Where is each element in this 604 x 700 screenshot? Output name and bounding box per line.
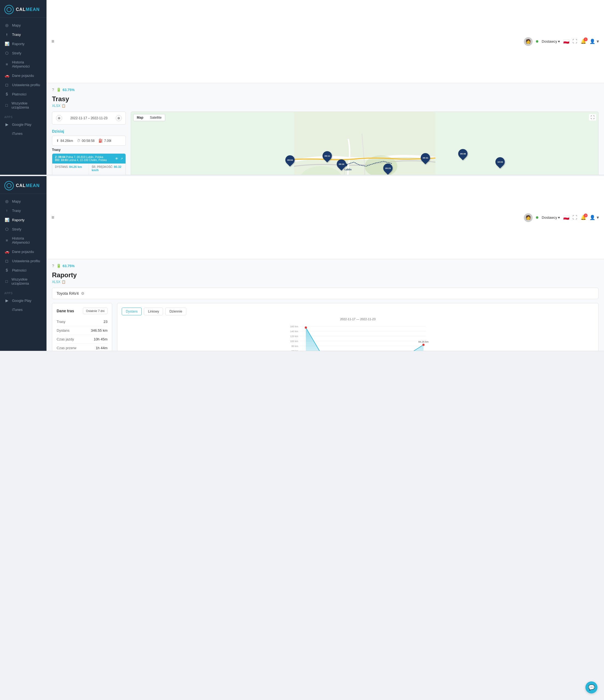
sidebar2-item-mapy[interactable]: ◎ Mapy: [0, 197, 47, 206]
map-container: Lublin: [131, 111, 599, 175]
data-row-czas-jazdy: Czas jazdy 10h 45m: [57, 335, 107, 344]
hamburger-button-2[interactable]: ≡: [51, 215, 54, 220]
stat-fuel: ⛽ 7.09l: [98, 139, 111, 143]
dzisiaj-title: Dzisiaj: [52, 129, 126, 133]
sidebar2-item-trasy[interactable]: ↑ Trasy: [0, 206, 47, 215]
user-menu-icon[interactable]: 👤 ▾: [589, 39, 599, 44]
route-header: Z: 09:04 Polna 7, 00-819 Lublin, Polska …: [52, 154, 125, 164]
data-row-czas-przerw: Czas przerw 1h 44m: [57, 344, 107, 351]
svg-text:80 km: 80 km: [291, 345, 298, 348]
sidebar-item-label: Wszystkie urządzenia: [11, 277, 42, 285]
vehicle-bar: Toyota RAV4 ⚙: [52, 288, 599, 299]
sidebar2-item-strefy[interactable]: ⬡ Strefy: [0, 224, 47, 234]
gear-icon[interactable]: ⚙: [81, 291, 84, 296]
sidebar-item-label: Historia Aktywności: [12, 60, 42, 68]
chart-section: Dystans Liniowy Dziennie 2022-11-17 — 20…: [117, 303, 599, 351]
user-label: Dostawcy ▾: [541, 40, 560, 44]
sidebar-item-google-play[interactable]: ▶ Google Play: [0, 120, 47, 129]
date-next-button[interactable]: ⊕: [116, 115, 122, 121]
sidebar2-item-urzadzenia[interactable]: □ Wszystkie urządzenia: [0, 275, 47, 288]
sidebar-item-label: Raporty: [12, 42, 25, 46]
data-table-section: Dane tras Ostatnie 7 dni Trasy 23 Dystan…: [52, 303, 112, 351]
user-label-2: Dostawcy ▾: [541, 216, 560, 220]
logo-icon: [4, 5, 14, 14]
report-icon: 📊: [4, 42, 9, 46]
chart-tab-liniowy[interactable]: Liniowy: [144, 308, 163, 315]
devices-icon: □: [4, 103, 9, 107]
svg-text:Lublin: Lublin: [344, 168, 352, 171]
history-icon: ≡: [4, 62, 9, 67]
map-tab-satellite[interactable]: Satellite: [147, 114, 165, 121]
arrow-icon[interactable]: ↗: [120, 157, 123, 160]
car-icon: 🚗: [4, 73, 9, 78]
chart-date-range: 2022-11-17 — 2022-11-23: [122, 318, 594, 321]
xlsx-icon: 📋: [62, 104, 66, 108]
sidebar-item-ustawienia[interactable]: ◻ Ustawienia profilu: [0, 80, 47, 90]
sidebar-item-label: Trasy: [12, 209, 21, 213]
label-dystans: Dystans: [57, 328, 70, 332]
chat-button[interactable]: 💬: [585, 681, 598, 694]
fullscreen-button[interactable]: ⛶: [589, 114, 596, 121]
sidebar-item-label: Strefy: [12, 227, 21, 231]
sidebar-item-historia[interactable]: ≡ Historia Aktywności: [0, 58, 47, 71]
data-row-trasy: Trasy 23: [57, 318, 107, 326]
route-icon: ↑: [4, 32, 9, 36]
filter-button[interactable]: Ostatnie 7 dni: [83, 308, 107, 314]
hamburger-button[interactable]: ≡: [51, 39, 54, 44]
chart-tab-dziennie[interactable]: Dziennie: [165, 308, 186, 315]
xlsx-link[interactable]: XLSX 📋: [52, 104, 599, 108]
panel-trasy: CALMEAN ◎ Mapy ↑ Trasy 📊 Raporty ⬡ Stref…: [0, 0, 604, 175]
map-tab-map[interactable]: Map: [134, 114, 147, 121]
status-dot-2: [536, 216, 538, 219]
sidebar2-item-ustawienia[interactable]: ◻ Ustawienia profilu: [0, 256, 47, 266]
avatar-2: 🧑: [524, 213, 533, 222]
left-col: ⊕ 2022-11-17 – 2022-11-23 ⊕ Dzisiaj ⬆ 84…: [52, 111, 126, 175]
sidebar-item-label: Płatności: [12, 268, 27, 272]
notification-icon[interactable]: 🔔 1: [580, 39, 586, 44]
data-table-title: Dane tras: [57, 309, 74, 313]
stat-distance-value: 84.26km: [61, 139, 73, 143]
fullscreen-icon-2[interactable]: ⛶: [573, 215, 577, 220]
sidebar-item-platnosci[interactable]: $ Płatności: [0, 90, 47, 99]
sidebar-logo-2: CALMEAN: [0, 176, 47, 194]
sidebar-item-label: Trasy: [12, 32, 21, 36]
sidebar-raporty: CALMEAN ◎ Mapy ↑ Trasy 📊 Raporty ⬡ Stref…: [0, 176, 47, 351]
logo-text-2: CALMEAN: [16, 183, 40, 188]
sidebar-item-label: Historia Aktywności: [12, 236, 42, 245]
sidebar2-item-platnosci[interactable]: $ Płatności: [0, 266, 47, 275]
detail-sr-pred: ŚR. PRĘDKOŚĆ: 80.32 km/h: [89, 164, 125, 173]
sidebar2-item-raporty[interactable]: 📊 Raporty: [0, 215, 47, 224]
sidebar-item-mapy[interactable]: ◎ Mapy: [0, 21, 47, 30]
flag-icon: 🇵🇱: [563, 39, 569, 45]
sidebar-item-trasy[interactable]: ↑ Trasy: [0, 30, 47, 39]
sidebar2-item-google-play[interactable]: ▶ Google Play: [0, 296, 47, 305]
sidebar-item-urzadzenia[interactable]: □ Wszystkie urządzenia: [0, 99, 47, 112]
date-prev-button[interactable]: ⊕: [56, 115, 62, 121]
notification-icon-2[interactable]: 🔔 3: [580, 215, 586, 220]
sidebar2-item-dane-pojazdu[interactable]: 🚗 Dane pojazdu: [0, 247, 47, 256]
date-range-text: 2022-11-17 – 2022-11-23: [64, 116, 114, 120]
chart-tab-dystans[interactable]: Dystans: [122, 308, 142, 315]
trasy-label-dzisiaj: Trasy: [52, 148, 126, 152]
sidebar-item-dane-pojazdu[interactable]: 🚗 Dane pojazdu: [0, 71, 47, 80]
route-details: DYSTANS: 84.26 km ŚR. PRĘDKOŚĆ: 80.32 km…: [52, 164, 125, 175]
progress-question-2: ?: [52, 264, 54, 268]
sidebar-item-label: Wszystkie urządzenia: [11, 101, 42, 109]
sidebar-item-itunes[interactable]: iTunes: [0, 129, 47, 138]
detail-dystans: DYSTANS: 84.26 km: [52, 164, 89, 173]
eye-icon[interactable]: 👁: [115, 157, 118, 160]
value-trasy: 23: [104, 320, 107, 324]
sidebar-item-label: Mapy: [12, 23, 21, 27]
xlsx-link-2[interactable]: XLSX 📋: [52, 280, 599, 284]
fullscreen-icon[interactable]: ⛶: [573, 39, 577, 44]
sidebar-item-raporty[interactable]: 📊 Raporty: [0, 39, 47, 48]
value-dystans: 346.55 km: [91, 328, 107, 332]
progress-value-2: 63.75%: [63, 264, 75, 268]
sidebar2-item-historia[interactable]: ≡ Historia Aktywności: [0, 234, 47, 247]
value-czas-jazdy: 10h 45m: [94, 337, 107, 341]
stat-time-value: 00:58:58: [82, 139, 95, 143]
user-menu-icon-2[interactable]: 👤 ▾: [589, 215, 599, 220]
sidebar-item-strefy[interactable]: ⬡ Strefy: [0, 48, 47, 58]
sidebar2-item-itunes[interactable]: iTunes: [0, 305, 47, 314]
topbar-right: 🧑 Dostawcy ▾ 🇵🇱 ⛶ 🔔 1 👤 ▾: [524, 37, 599, 46]
